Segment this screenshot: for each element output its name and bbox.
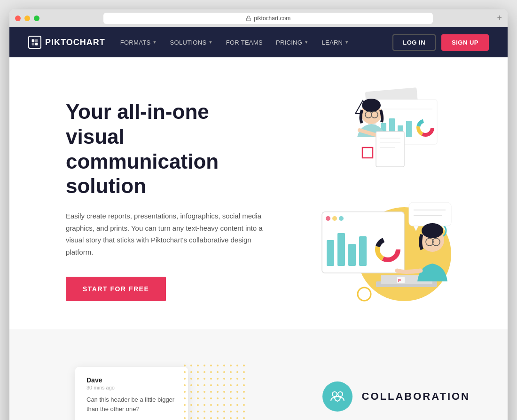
- comment-user: Dave: [86, 376, 177, 384]
- formats-caret: ▼: [152, 40, 157, 45]
- dot-pattern: [181, 362, 247, 420]
- hero-section: Your all-in-one visual communication sol…: [9, 57, 508, 329]
- svg-rect-33: [337, 233, 345, 266]
- nav-pricing[interactable]: PRICING ▼: [276, 39, 309, 46]
- nav-formats[interactable]: FORMATS ▼: [120, 39, 157, 46]
- nav-learn[interactable]: LEARN ▼: [321, 39, 349, 46]
- bottom-illustration: P: [315, 193, 461, 306]
- comment-card: Dave 30 mins ago Can this header be a li…: [75, 367, 188, 420]
- svg-point-30: [332, 216, 337, 221]
- svg-point-48: [422, 223, 443, 238]
- browser-window: piktochart.com + PIKTOCHART: [9, 9, 508, 420]
- hero-title: Your all-in-one visual communication sol…: [66, 100, 263, 199]
- pricing-caret: ▼: [304, 40, 308, 45]
- svg-rect-41: [409, 202, 451, 226]
- svg-rect-32: [327, 240, 334, 266]
- address-bar[interactable]: piktochart.com: [103, 13, 433, 24]
- top-illustration: [329, 76, 451, 179]
- solutions-caret: ▼: [208, 40, 212, 45]
- minimize-button[interactable]: [24, 16, 30, 21]
- svg-rect-13: [406, 121, 412, 137]
- maximize-button[interactable]: [34, 16, 39, 21]
- comment-text: Can this header be a little bigger than …: [86, 395, 177, 413]
- logo-text: PIKTOCHART: [45, 38, 105, 47]
- svg-rect-35: [359, 236, 367, 266]
- login-button[interactable]: LOG IN: [392, 34, 436, 51]
- svg-point-18: [362, 99, 381, 112]
- learn-caret: ▼: [345, 40, 349, 45]
- svg-rect-0: [247, 18, 251, 21]
- collaboration-left: Dave 30 mins ago Can this header be a li…: [47, 358, 275, 420]
- start-free-button[interactable]: START FOR FREE: [66, 277, 166, 301]
- close-button[interactable]: [15, 16, 21, 21]
- svg-rect-34: [348, 244, 356, 266]
- comment-time: 30 mins ago: [86, 385, 177, 390]
- browser-titlebar: piktochart.com +: [9, 9, 508, 27]
- nav-links: FORMATS ▼ SOLUTIONS ▼ FOR TEAMS PRICING …: [120, 39, 378, 46]
- signup-button[interactable]: SIGN UP: [441, 34, 489, 51]
- svg-point-56: [332, 392, 337, 397]
- hero-content: Your all-in-one visual communication sol…: [66, 86, 263, 301]
- hero-subtitle: Easily create reports, presentations, in…: [66, 210, 263, 258]
- logo[interactable]: PIKTOCHART: [28, 36, 105, 49]
- collaboration-right: COLLABORATION: [322, 381, 470, 412]
- collaboration-icon: [322, 381, 352, 412]
- site-content: PIKTOCHART FORMATS ▼ SOLUTIONS ▼ FOR TEA…: [9, 27, 508, 420]
- svg-rect-4: [35, 43, 38, 46]
- svg-rect-55: [181, 362, 247, 420]
- svg-point-40: [358, 288, 371, 301]
- navbar: PIKTOCHART FORMATS ▼ SOLUTIONS ▼ FOR TEA…: [9, 27, 508, 57]
- svg-point-57: [338, 392, 343, 397]
- nav-actions: LOG IN SIGN UP: [392, 34, 489, 51]
- collaboration-label: COLLABORATION: [362, 390, 470, 403]
- svg-text:P: P: [398, 278, 401, 283]
- svg-rect-1: [32, 39, 35, 42]
- nav-solutions[interactable]: SOLUTIONS ▼: [170, 39, 213, 46]
- svg-rect-2: [35, 39, 38, 42]
- svg-point-29: [326, 216, 330, 221]
- logo-icon: [28, 36, 41, 49]
- svg-rect-3: [32, 43, 35, 46]
- second-section: Dave 30 mins ago Can this header be a li…: [9, 329, 508, 420]
- svg-rect-23: [376, 132, 404, 167]
- new-tab-button[interactable]: +: [497, 13, 502, 23]
- url-text: piktochart.com: [254, 15, 290, 22]
- svg-point-31: [339, 216, 344, 221]
- nav-for-teams[interactable]: FOR TEAMS: [226, 39, 263, 46]
- hero-illustration: P: [263, 86, 461, 301]
